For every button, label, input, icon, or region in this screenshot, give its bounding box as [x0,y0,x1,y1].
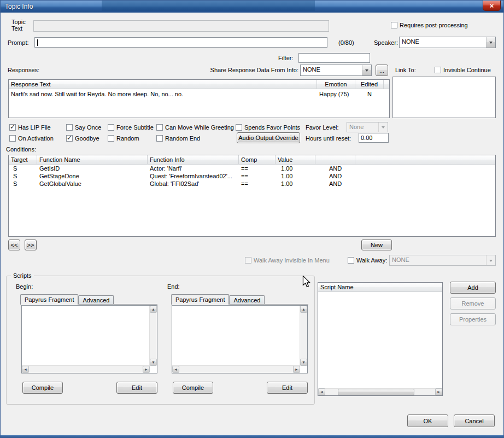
checkbox-label: Walk Away Invisible In Menu [254,257,330,264]
titlebar[interactable]: Topic Info × [1,1,503,13]
tab-papyrus-fragment[interactable]: Papyrus Fragment [171,294,229,305]
horizontal-scrollbar[interactable]: ◄ ► [172,365,300,373]
column-and[interactable] [315,155,355,164]
hours-until-reset-input[interactable]: 0.00 [359,133,389,143]
table-row[interactable]: S GetGlobalValue Global: 'FFI02Sad' == 1… [9,180,495,188]
tab-papyrus-fragment[interactable]: Papyrus Fragment [20,294,78,305]
begin-compile-button[interactable]: Compile [22,382,63,394]
condition-move-left-button[interactable]: << [8,240,20,250]
condition-move-right-button[interactable]: >> [25,240,37,250]
scroll-left-icon[interactable]: ◄ [22,366,29,373]
begin-fragment-text[interactable] [22,306,149,365]
scripts-group-label: Scripts [11,272,34,279]
prompt-input[interactable] [34,37,327,48]
cell-comp: == [239,165,276,172]
conditions-table-header: Target Function Name Function Info Comp … [9,155,495,165]
topic-text-label: Topic Text [11,19,31,32]
script-list-body[interactable] [318,292,442,388]
random-end-checkbox[interactable]: Random End [156,135,200,142]
ok-button[interactable]: OK [407,414,448,427]
close-button[interactable]: × [483,1,501,11]
new-condition-button[interactable]: New [361,240,392,250]
script-name-list: Script Name ◄ ► [318,282,443,396]
share-response-combobox[interactable]: NONE [300,65,372,76]
spends-favor-points-checkbox[interactable]: Spends Favor Points [236,124,300,131]
checkbox-label: Goodbye [75,135,99,142]
can-move-while-greeting-checkbox[interactable]: Can Move While Greeting [156,124,234,131]
column-comp[interactable]: Comp [239,155,276,164]
horizontal-scrollbar[interactable]: ◄ ► [22,365,150,373]
chevron-down-icon [362,65,371,75]
filter-label: Filter: [278,55,294,61]
end-compile-button[interactable]: Compile [173,382,213,394]
column-function-name[interactable]: Function Name [37,155,148,164]
audio-output-override-button[interactable]: Audio Output Override [237,132,300,143]
scroll-up-icon[interactable]: ▲ [300,306,307,313]
table-row[interactable]: S GetStageDone Quest: 'FreeformIvarstead… [9,172,495,180]
cell-and: AND [315,173,355,179]
begin-edit-button[interactable]: Edit [116,382,157,394]
has-lip-file-checkbox[interactable]: Has LIP File [9,124,51,131]
column-value[interactable]: Value [276,155,315,164]
column-script-name[interactable]: Script Name [318,283,442,291]
say-once-checkbox[interactable]: Say Once [66,124,101,131]
scroll-down-icon[interactable]: ▼ [150,359,157,366]
cell-comp: == [239,173,276,179]
invisible-continue-checkbox[interactable]: Invisible Continue [435,66,491,73]
speaker-combobox[interactable]: NONE [399,37,496,48]
scroll-left-icon[interactable]: ◄ [318,388,325,395]
tab-advanced[interactable]: Advanced [78,295,114,304]
goodbye-checkbox[interactable]: Goodbye [66,135,99,142]
link-to-listbox[interactable] [392,77,496,118]
cell-and: AND [315,180,355,187]
cell-function-name: GetIsID [37,165,148,172]
responses-table-header: Response Text Emotion Edited [9,80,389,89]
requires-post-processing-checkbox[interactable]: Requires post-processing [391,21,468,28]
column-target[interactable]: Target [9,155,37,164]
scroll-up-icon[interactable]: ▲ [150,306,157,313]
checkbox-box [108,135,114,142]
end-edit-button[interactable]: Edit [267,382,308,394]
vertical-scrollbar[interactable]: ▲ ▼ [149,306,157,366]
checkbox-box [156,135,163,142]
close-icon: × [490,2,494,10]
cancel-button[interactable]: Cancel [454,414,495,427]
checkbox-label: Invisible Continue [443,67,491,73]
cell-function-info: Actor: 'Narfi' [148,165,239,172]
column-function-info[interactable]: Function Info [148,155,239,164]
checkbox-label: Can Move While Greeting [165,124,234,131]
on-activation-checkbox[interactable]: On Activation [9,135,54,142]
column-filler [355,155,495,164]
walk-away-checkbox[interactable]: Walk Away: [348,256,387,264]
scroll-left-icon[interactable]: ◄ [172,366,179,373]
force-subtitle-checkbox[interactable]: Force Subtitle [108,124,154,131]
table-row[interactable]: Narfi's sad now. Still wait for Reyda. N… [9,89,389,99]
favor-level-label: Favor Level: [306,124,339,131]
share-browse-button[interactable]: ... [376,65,388,76]
scroll-right-icon[interactable]: ► [143,366,150,373]
horizontal-scrollbar[interactable]: ◄ ► [318,388,442,395]
scroll-right-icon[interactable]: ► [435,388,442,395]
mouse-cursor [302,276,310,289]
prompt-label: Prompt: [8,39,29,46]
scroll-right-icon[interactable]: ► [293,366,300,373]
checkbox-box [348,257,354,264]
begin-label: Begin: [16,283,33,290]
cell-target: S [9,165,37,172]
filter-input[interactable] [298,53,370,63]
end-fragment-text[interactable] [172,306,300,365]
column-edited[interactable]: Edited [355,80,384,89]
scroll-down-icon[interactable]: ▼ [300,359,307,366]
scrollbar-thumb[interactable] [338,389,414,395]
favor-level-combobox: None [347,122,388,132]
table-row[interactable]: S GetIsID Actor: 'Narfi' == 1.00 AND [9,165,495,172]
window-frame-bottom [1,435,503,437]
tab-advanced[interactable]: Advanced [229,295,265,304]
random-checkbox[interactable]: Random [108,135,139,142]
column-response-text[interactable]: Response Text [9,80,317,89]
add-script-button[interactable]: Add [450,282,496,294]
vertical-scrollbar[interactable]: ▲ ▼ [300,306,307,366]
cell-function-name: GetGlobalValue [37,180,148,187]
column-emotion[interactable]: Emotion [317,80,355,89]
conditions-table: Target Function Name Function Info Comp … [8,155,496,237]
